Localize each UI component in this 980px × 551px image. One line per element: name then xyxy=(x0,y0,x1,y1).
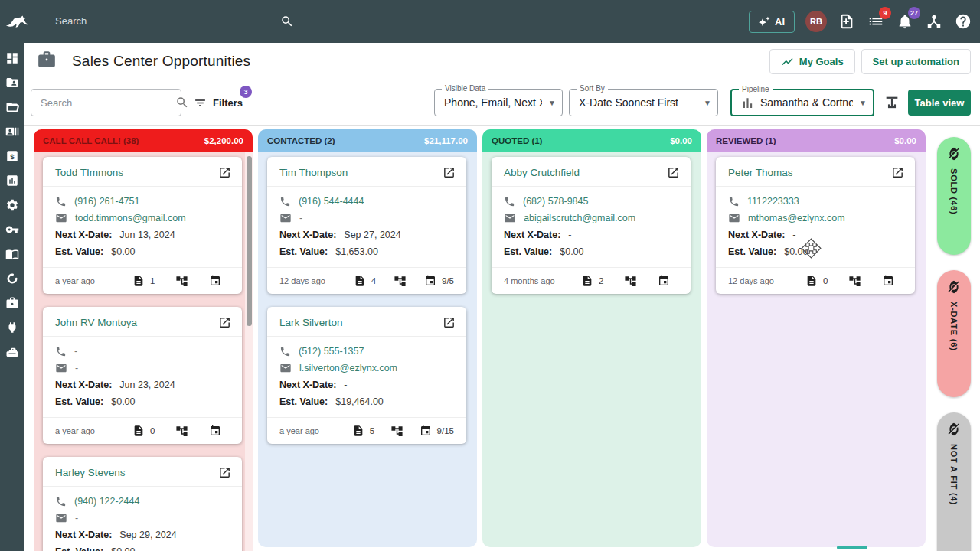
workflow-icon[interactable] xyxy=(848,275,861,288)
access-key-icon[interactable] xyxy=(5,222,20,236)
opportunity-card[interactable]: Lark Silverton (512) 555-1357 l.silverto… xyxy=(267,307,466,444)
notifications-bell-icon[interactable]: 27 xyxy=(896,12,914,31)
calendar-value[interactable]: 9/5 xyxy=(424,275,454,287)
workflow-icon[interactable] xyxy=(624,275,637,288)
documents-count[interactable]: 4 xyxy=(354,275,376,287)
id-cards-icon[interactable] xyxy=(5,124,20,139)
integrations-plug-icon[interactable] xyxy=(5,320,20,334)
visible-data-label: Visible Data xyxy=(442,84,488,93)
ai-assistant-button[interactable]: AI xyxy=(749,11,795,33)
email-value[interactable]: l.silverton@ezlynx.com xyxy=(299,363,397,373)
global-search-input[interactable] xyxy=(55,15,280,27)
calendar-value[interactable]: - xyxy=(882,275,903,287)
sort-by-select[interactable]: Sort By X-Date Soonest First ▼ xyxy=(569,89,718,116)
ezlynx-logo[interactable] xyxy=(0,13,44,30)
email-value[interactable]: mthomas@ezlynx.com xyxy=(748,213,845,223)
calendar-value[interactable]: - xyxy=(209,275,230,287)
help-icon[interactable] xyxy=(954,12,972,31)
column-header[interactable]: CONTACTED (2) $21,117.00 xyxy=(258,129,477,152)
toolbox-icon[interactable] xyxy=(5,344,20,359)
commissions-icon[interactable]: $ xyxy=(5,148,20,163)
open-in-new-icon[interactable] xyxy=(891,166,904,179)
add-document-icon[interactable] xyxy=(838,12,856,31)
contact-name-link[interactable]: John RV Montoya xyxy=(55,317,137,328)
search-icon[interactable] xyxy=(175,96,189,109)
calendar-value[interactable]: - xyxy=(658,275,678,287)
documents-count[interactable]: 0 xyxy=(805,275,828,287)
contacts-folder-icon[interactable] xyxy=(5,75,20,90)
settings-gear-icon[interactable] xyxy=(5,197,20,212)
phone-value[interactable]: (940) 122-2444 xyxy=(74,496,139,507)
opportunity-card[interactable]: Todd TImmons (916) 261-4751 todd.timmons… xyxy=(43,157,242,294)
column-scrollbar[interactable]: ▼ xyxy=(245,152,253,551)
pivot-table-icon[interactable] xyxy=(884,94,900,111)
opportunity-card[interactable]: Peter Thomas 1112223333 mthomas@ezlynx.c… xyxy=(716,157,915,294)
scrollbar-thumb[interactable] xyxy=(247,156,252,326)
documents-count[interactable]: 1 xyxy=(132,275,155,287)
table-view-button[interactable]: Table view xyxy=(908,90,971,116)
workflow-icon[interactable] xyxy=(394,275,407,288)
documents-count[interactable]: 0 xyxy=(132,425,155,437)
user-avatar[interactable]: RB xyxy=(805,11,827,32)
phone-value[interactable]: - xyxy=(74,346,77,357)
tab-not-a-fit[interactable]: NOT A FIT (4) xyxy=(937,412,971,551)
email-value[interactable]: todd.timmons@gmail.com xyxy=(75,213,186,223)
board-search-input[interactable] xyxy=(41,97,175,109)
page-header: Sales Center Opportunities My Goals Set … xyxy=(24,43,980,80)
phone-value[interactable]: (512) 555-1357 xyxy=(299,346,364,357)
documents-count[interactable]: 5 xyxy=(352,425,374,437)
column-header[interactable]: REVIEWED (1) $0.00 xyxy=(707,129,926,152)
filters-button[interactable]: Filters 3 xyxy=(194,96,243,109)
setup-automation-button[interactable]: Set up automation xyxy=(861,49,971,74)
opportunity-card[interactable]: John RV Montoya - - Next X-Date:Jun 23, … xyxy=(43,307,242,444)
calendar-value[interactable]: 9/15 xyxy=(420,425,454,437)
my-goals-button[interactable]: My Goals xyxy=(769,49,855,74)
open-in-new-icon[interactable] xyxy=(218,316,231,329)
workflow-icon[interactable] xyxy=(390,425,403,438)
pipeline-select[interactable]: Pipeline Samantha & Cortney'... ▼ xyxy=(730,89,874,116)
calendar-value[interactable]: - xyxy=(209,425,230,437)
documents-count[interactable]: 2 xyxy=(581,275,603,287)
eye-off-icon xyxy=(947,422,961,436)
opportunity-card[interactable]: Abby Crutchfield (682) 578-9845 abigails… xyxy=(492,157,691,294)
workflow-icon[interactable] xyxy=(175,425,188,438)
open-in-new-icon[interactable] xyxy=(218,466,231,479)
contact-name-link[interactable]: Todd TImmons xyxy=(55,167,123,178)
workflow-icon[interactable] xyxy=(175,275,188,288)
column-header[interactable]: QUOTED (1) $0.00 xyxy=(482,129,701,152)
open-in-new-icon[interactable] xyxy=(667,166,680,179)
email-value[interactable]: - xyxy=(75,513,78,523)
contact-name-link[interactable]: Peter Thomas xyxy=(728,167,793,178)
est-value: $0.00 xyxy=(111,246,135,257)
search-icon[interactable] xyxy=(280,15,294,28)
contact-name-link[interactable]: Lark Silverton xyxy=(279,317,343,328)
visible-data-select[interactable]: Visible Data Phone, Email, Next X-... ▼ xyxy=(434,89,563,116)
org-chart-icon[interactable] xyxy=(925,12,943,31)
contact-name-link[interactable]: Harley Stevens xyxy=(55,467,126,478)
opportunity-card[interactable]: Harley Stevens (940) 122-2444 - Next X-D… xyxy=(43,457,242,551)
email-value[interactable]: abigailscrutch@gmail.com xyxy=(524,213,635,223)
phone-value[interactable]: 1112223333 xyxy=(747,196,799,207)
retention-hook-icon[interactable] xyxy=(5,271,20,285)
open-in-new-icon[interactable] xyxy=(218,166,231,179)
opportunity-card[interactable]: Tim Thompson (916) 544-4444 - Next X-Dat… xyxy=(267,157,466,294)
sales-briefcase-icon[interactable] xyxy=(5,295,20,310)
tasks-icon[interactable]: 9 xyxy=(867,12,885,31)
tab-x-date[interactable]: X-DATE (6) xyxy=(937,270,971,397)
contact-name-link[interactable]: Abby Crutchfield xyxy=(504,167,580,178)
phone-value[interactable]: (916) 544-4444 xyxy=(299,196,364,207)
horizontal-scrollbar-thumb[interactable] xyxy=(837,546,867,549)
column-header[interactable]: CALL CALL CALL! (38) $2,200.00 xyxy=(34,129,253,152)
dashboard-icon[interactable] xyxy=(5,51,20,65)
contact-name-link[interactable]: Tim Thompson xyxy=(279,167,348,178)
email-value[interactable]: - xyxy=(75,363,78,373)
open-in-new-icon[interactable] xyxy=(443,316,456,329)
phone-value[interactable]: (916) 261-4751 xyxy=(74,196,139,207)
address-book-icon[interactable] xyxy=(5,246,20,261)
open-in-new-icon[interactable] xyxy=(443,166,456,179)
reports-icon[interactable] xyxy=(5,173,20,187)
phone-value[interactable]: (682) 578-9845 xyxy=(523,196,588,207)
email-value[interactable]: - xyxy=(299,213,302,223)
tab-sold[interactable]: SOLD (46) xyxy=(937,137,971,255)
folder-open-icon[interactable] xyxy=(5,99,20,114)
